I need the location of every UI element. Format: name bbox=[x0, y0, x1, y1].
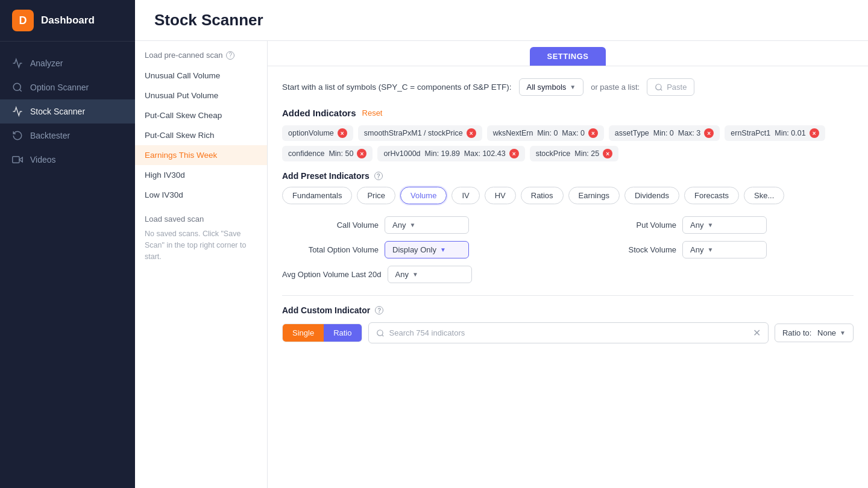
app-name: Dashboard bbox=[41, 14, 95, 27]
remove-wksnextern[interactable]: × bbox=[588, 128, 598, 138]
preset-help-icon[interactable]: ? bbox=[374, 172, 383, 180]
remove-confidence[interactable]: × bbox=[357, 149, 366, 158]
avg-option-volume-label: Avg Option Volume Last 20d bbox=[282, 270, 382, 279]
chevron-down-icon: ▼ bbox=[707, 222, 713, 228]
call-volume-select[interactable]: Any ▼ bbox=[385, 216, 469, 234]
stock-volume-label: Stock Volume bbox=[580, 245, 676, 254]
preset-title: Add Preset Indicators ? bbox=[282, 171, 854, 181]
main-content: Stock Scanner Load pre-canned scan ? Unu… bbox=[135, 0, 868, 488]
total-option-volume-row: Total Option Volume Display Only ▼ bbox=[282, 241, 556, 258]
single-ratio-toggle: Single Ratio bbox=[282, 324, 362, 342]
chevron-down-icon: ▼ bbox=[440, 246, 446, 253]
avg-option-volume-row: Avg Option Volume Last 20d Any ▼ bbox=[282, 266, 556, 283]
volume-grid: Call Volume Any ▼ Put Volume Any ▼ bbox=[282, 216, 854, 283]
remove-orhv1000d[interactable]: × bbox=[509, 149, 519, 158]
sidebar-label-backtester: Backtester bbox=[30, 131, 70, 140]
settings-panel: SETTINGS Start with a list of symbols (S… bbox=[268, 41, 868, 488]
remove-optionvolume[interactable]: × bbox=[338, 128, 347, 138]
svg-rect-3 bbox=[13, 157, 19, 163]
precanned-unusual-put[interactable]: Unusual Put Volume bbox=[135, 86, 267, 105]
ratio-toggle-button[interactable]: Ratio bbox=[324, 324, 361, 342]
sidebar-label-option-scanner: Option Scanner bbox=[30, 83, 89, 92]
stock-volume-select[interactable]: Any ▼ bbox=[682, 241, 767, 258]
custom-title: Add Custom Indicator ? bbox=[282, 305, 854, 315]
precanned-unusual-call[interactable]: Unusual Call Volume bbox=[135, 66, 267, 86]
preset-buttons: Fundamentals Price Volume IV HV Ratios E… bbox=[282, 187, 854, 204]
remove-stockprice[interactable]: × bbox=[603, 149, 612, 158]
saved-section: Load saved scan No saved scans. Click "S… bbox=[135, 214, 267, 262]
sidebar-item-option-scanner[interactable]: Option Scanner bbox=[0, 75, 135, 99]
preset-dividends[interactable]: Dividends bbox=[624, 187, 679, 204]
preset-ratios[interactable]: Ratios bbox=[521, 187, 564, 204]
search-placeholder-text: Search 754 indicators bbox=[389, 328, 465, 337]
search-clear-icon[interactable]: ✕ bbox=[753, 327, 761, 339]
preset-earnings[interactable]: Earnings bbox=[568, 187, 620, 204]
precanned-low-iv30d[interactable]: Low IV30d bbox=[135, 185, 267, 205]
preset-hv[interactable]: HV bbox=[485, 187, 516, 204]
indicator-tag-wksnextern: wksNextErn Min: 0 Max: 0 × bbox=[487, 125, 604, 141]
preset-ske[interactable]: Ske... bbox=[744, 187, 784, 204]
chevron-down-icon: ▼ bbox=[570, 84, 576, 90]
sidebar-item-videos[interactable]: Videos bbox=[0, 148, 135, 172]
indicator-tag-stockprice: stockPrice Min: 25 × bbox=[530, 146, 619, 161]
preset-volume[interactable]: Volume bbox=[400, 187, 447, 204]
preset-price[interactable]: Price bbox=[357, 187, 395, 204]
ratio-to-select[interactable]: Ratio to: None ▼ bbox=[775, 324, 854, 342]
put-volume-row: Put Volume Any ▼ bbox=[580, 216, 854, 234]
avg-option-volume-select[interactable]: Any ▼ bbox=[388, 266, 472, 283]
sidebar-item-analyzer[interactable]: Analyzer bbox=[0, 51, 135, 75]
reset-button[interactable]: Reset bbox=[362, 108, 383, 117]
paste-input[interactable]: Paste bbox=[647, 78, 694, 96]
back-icon bbox=[12, 130, 23, 141]
svg-marker-2 bbox=[19, 157, 22, 162]
settings-tab-bar: SETTINGS bbox=[268, 41, 868, 66]
precanned-put-call-rich[interactable]: Put-Call Skew Rich bbox=[135, 125, 267, 145]
sidebar-item-backtester[interactable]: Backtester bbox=[0, 124, 135, 148]
precanned-high-iv30d[interactable]: High IV30d bbox=[135, 165, 267, 185]
scan-icon bbox=[12, 82, 23, 93]
preset-iv[interactable]: IV bbox=[451, 187, 479, 204]
precanned-panel: Load pre-canned scan ? Unusual Call Volu… bbox=[135, 41, 268, 488]
precanned-earnings-week[interactable]: Earnings This Week bbox=[135, 145, 267, 165]
svg-line-7 bbox=[382, 334, 383, 336]
symbol-select-dropdown[interactable]: All symbols ▼ bbox=[519, 78, 584, 96]
remove-assettype[interactable]: × bbox=[704, 128, 714, 138]
single-toggle-button[interactable]: Single bbox=[283, 324, 324, 342]
custom-indicator-section: Add Custom Indicator ? Single Ratio Sear… bbox=[282, 295, 854, 343]
sidebar-label-videos: Videos bbox=[30, 155, 56, 164]
call-volume-label: Call Volume bbox=[282, 221, 379, 230]
settings-tab[interactable]: SETTINGS bbox=[530, 47, 605, 66]
remove-smoothstrap[interactable]: × bbox=[467, 128, 476, 138]
search-icon bbox=[376, 329, 385, 337]
saved-title: Load saved scan bbox=[145, 214, 257, 224]
indicators-grid: optionVolume × smoothStraPxM1 / stockPri… bbox=[282, 125, 854, 161]
custom-help-icon[interactable]: ? bbox=[375, 306, 383, 314]
chevron-down-icon: ▼ bbox=[409, 222, 415, 228]
chart-icon bbox=[12, 58, 23, 69]
call-volume-row: Call Volume Any ▼ bbox=[282, 216, 556, 234]
svg-point-0 bbox=[13, 83, 20, 90]
indicator-tag-orhv1000d: orHv1000d Min: 19.89 Max: 102.43 × bbox=[377, 146, 524, 161]
sidebar-item-stock-scanner[interactable]: Stock Scanner bbox=[0, 99, 135, 124]
indicator-search-box[interactable]: Search 754 indicators ✕ bbox=[368, 322, 769, 343]
symbol-label: Start with a list of symbols (SPY_C = co… bbox=[282, 83, 512, 92]
precanned-put-call-cheap[interactable]: Put-Call Skew Cheap bbox=[135, 105, 267, 125]
page-title: Stock Scanner bbox=[154, 11, 849, 30]
custom-row: Single Ratio Search 754 indicators ✕ Rat… bbox=[282, 322, 854, 343]
precanned-help-icon[interactable]: ? bbox=[226, 51, 234, 60]
preset-forecasts[interactable]: Forecasts bbox=[684, 187, 739, 204]
indicator-tag-ernstrapct1: ernStraPct1 Min: 0.01 × bbox=[725, 125, 825, 141]
put-volume-label: Put Volume bbox=[580, 221, 676, 230]
app-logo-icon: D bbox=[12, 10, 34, 31]
remove-ernstrapct1[interactable]: × bbox=[810, 128, 819, 138]
added-indicators-header: Added Indicators Reset bbox=[282, 108, 854, 118]
put-volume-select[interactable]: Any ▼ bbox=[682, 216, 767, 234]
precanned-title: Load pre-canned scan ? bbox=[135, 51, 267, 66]
total-option-volume-label: Total Option Volume bbox=[282, 245, 379, 254]
video-icon bbox=[12, 154, 23, 165]
stock-volume-row: Stock Volume Any ▼ bbox=[580, 241, 854, 258]
total-option-volume-select[interactable]: Display Only ▼ bbox=[385, 241, 469, 258]
preset-fundamentals[interactable]: Fundamentals bbox=[282, 187, 352, 204]
search-icon bbox=[655, 83, 663, 92]
svg-line-1 bbox=[19, 89, 21, 91]
